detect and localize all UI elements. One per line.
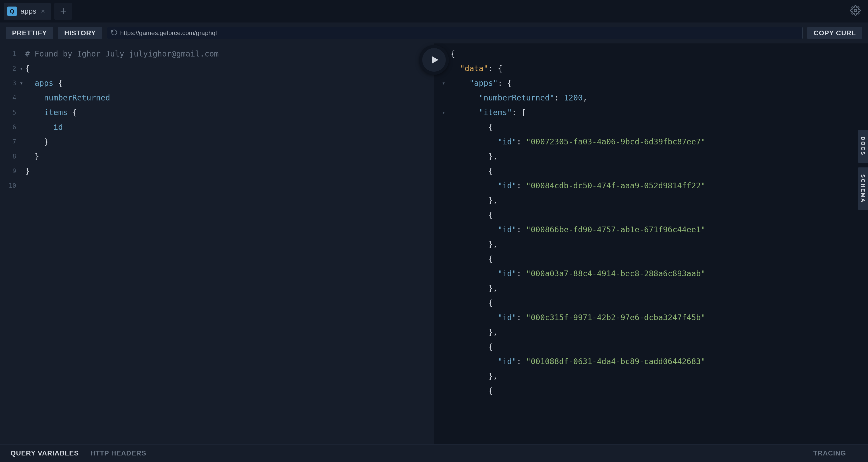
docs-button[interactable]: DOCS [858, 130, 868, 163]
add-tab-button[interactable]: + [54, 3, 72, 20]
reload-icon[interactable] [111, 29, 118, 37]
query-editor[interactable]: 12▼3▼45678910 # Found by Ighor July july… [0, 44, 434, 444]
tab-bar: Q apps × + [0, 0, 868, 23]
svg-point-0 [854, 9, 857, 12]
endpoint-input[interactable] [120, 29, 799, 37]
svg-marker-1 [432, 56, 439, 64]
toolbar: PRETTIFY HISTORY COPY CURL [0, 23, 868, 44]
url-bar [107, 27, 803, 39]
main-split: 12▼3▼45678910 # Found by Ighor July july… [0, 44, 868, 444]
execute-button[interactable] [420, 46, 448, 74]
line-gutter: 12▼3▼45678910 [0, 47, 18, 193]
graphql-icon: Q [7, 6, 17, 16]
tab-label: apps [21, 7, 36, 16]
prettify-button[interactable]: PRETTIFY [6, 27, 53, 39]
side-dock: DOCS SCHEMA [858, 130, 868, 210]
result-code: { "data": { "apps": { "numberReturned": … [451, 47, 705, 398]
result-viewer[interactable]: ▼▼▼ ▼ { "data": { "apps": { "numberRetur… [434, 44, 868, 444]
result-gutter: ▼▼▼ ▼ [434, 47, 447, 398]
copy-curl-button[interactable]: COPY CURL [807, 27, 862, 39]
http-headers-tab[interactable]: HTTP HEADERS [90, 449, 147, 457]
tracing-tab[interactable]: TRACING [813, 449, 846, 457]
bottom-bar: QUERY VARIABLES HTTP HEADERS TRACING [0, 444, 868, 462]
schema-button[interactable]: SCHEMA [858, 167, 868, 210]
query-variables-tab[interactable]: QUERY VARIABLES [10, 449, 79, 457]
gear-icon[interactable] [850, 5, 861, 17]
history-button[interactable]: HISTORY [58, 27, 102, 39]
close-icon[interactable]: × [40, 7, 46, 16]
query-code[interactable]: # Found by Ighor July julyighor@gmail.co… [25, 47, 219, 193]
tab-apps[interactable]: Q apps × [4, 3, 51, 20]
